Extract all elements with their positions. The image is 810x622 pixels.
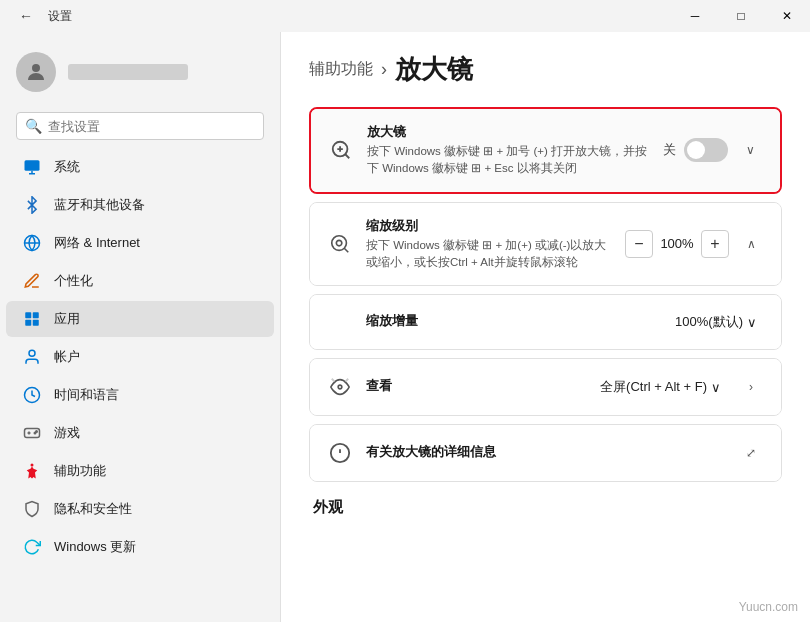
search-input[interactable] [48,119,255,134]
view-text: 查看 [366,377,580,397]
user-name [68,64,188,80]
sidebar-label-accounts: 帐户 [54,348,80,366]
view-control: 全屏(Ctrl + Alt + F) ∨ › [592,373,765,401]
time-icon [22,385,42,405]
svg-rect-6 [25,312,31,318]
svg-point-0 [32,64,40,72]
svg-point-10 [29,350,35,356]
sidebar-label-system: 系统 [54,158,80,176]
info-external-button[interactable]: ⤢ [737,439,765,467]
sidebar-item-privacy[interactable]: 隐私和安全性 [6,491,274,527]
svg-point-20 [332,236,347,251]
sidebar-item-accounts[interactable]: 帐户 [6,339,274,375]
magnifier-icon [327,136,355,164]
personalization-icon [22,271,42,291]
zoom-increment-value: 100%(默认) [675,313,743,331]
zoom-level-row: 缩放级别 按下 Windows 徽标键 ⊞ + 加(+) 或减(-)以放大或缩小… [310,203,781,286]
view-dropdown[interactable]: 全屏(Ctrl + Alt + F) ∨ [592,374,729,400]
apps-icon [22,309,42,329]
view-chevron-icon: ∨ [711,380,721,395]
info-card: 有关放大镜的详细信息 ⤢ [309,424,782,482]
view-icon [326,373,354,401]
windows-update-icon [22,537,42,557]
magnifier-toggle-row: 放大镜 按下 Windows 徽标键 ⊞ + 加号 (+) 打开放大镜，并按下 … [311,109,780,192]
magnifier-expand-button[interactable]: ∨ [736,136,764,164]
svg-point-15 [31,464,34,467]
sidebar-item-system[interactable]: 系统 [6,149,274,185]
magnifier-toggle[interactable] [684,138,728,162]
gaming-icon [22,423,42,443]
zoom-increment-row: 缩放增量 100%(默认) ∨ [310,295,781,349]
sidebar-label-windows-update: Windows 更新 [54,538,136,556]
breadcrumb-separator: › [381,59,387,80]
svg-rect-8 [25,320,31,326]
info-control: ⤢ [737,439,765,467]
zoom-plus-button[interactable]: + [701,230,729,258]
svg-line-24 [332,379,335,382]
sidebar-label-time: 时间和语言 [54,386,119,404]
magnifier-card: 放大镜 按下 Windows 徽标键 ⊞ + 加号 (+) 打开放大镜，并按下 … [309,107,782,194]
sidebar-item-apps[interactable]: 应用 [6,301,274,337]
magnifier-toggle-control: 关 ∨ [663,136,764,164]
zoom-level-expand-button[interactable]: ∧ [737,230,765,258]
svg-line-17 [345,155,349,159]
zoom-value: 100% [657,236,697,251]
info-row: 有关放大镜的详细信息 ⤢ [310,425,781,481]
view-value: 全屏(Ctrl + Alt + F) [600,378,707,396]
minimize-button[interactable]: ─ [672,0,718,32]
info-title: 有关放大镜的详细信息 [366,443,725,461]
toggle-track [684,138,728,162]
sidebar-label-bluetooth: 蓝牙和其他设备 [54,196,145,214]
close-button[interactable]: ✕ [764,0,810,32]
sidebar-item-bluetooth[interactable]: 蓝牙和其他设备 [6,187,274,223]
svg-line-21 [344,248,348,252]
zoom-minus-button[interactable]: − [625,230,653,258]
zoom-increment-control: 100%(默认) ∨ [667,309,765,335]
zoom-level-title: 缩放级别 [366,217,613,235]
view-arrow-button[interactable]: › [737,373,765,401]
breadcrumb-parent: 辅助功能 [309,59,373,80]
page-header: 辅助功能 › 放大镜 [309,52,782,87]
svg-rect-1 [25,160,40,171]
sidebar-item-gaming[interactable]: 游戏 [6,415,274,451]
zoom-increment-title: 缩放增量 [366,312,655,330]
svg-point-14 [36,431,38,433]
info-text: 有关放大镜的详细信息 [366,443,725,463]
zoom-controls: − 100% + [625,230,729,258]
titlebar: ← 设置 ─ □ ✕ [0,0,810,32]
back-button[interactable]: ← [12,2,40,30]
svg-rect-7 [33,312,39,318]
zoom-level-card: 缩放级别 按下 Windows 徽标键 ⊞ + 加(+) 或减(-)以放大或缩小… [309,202,782,287]
zoom-increment-dropdown[interactable]: 100%(默认) ∨ [667,309,765,335]
system-icon [22,157,42,177]
sidebar-label-privacy: 隐私和安全性 [54,500,132,518]
zoom-level-desc: 按下 Windows 徽标键 ⊞ + 加(+) 或减(-)以放大或缩小，或长按C… [366,237,613,272]
sidebar-item-time[interactable]: 时间和语言 [6,377,274,413]
page-title: 放大镜 [395,52,473,87]
window-title: 设置 [48,8,72,25]
info-icon [326,439,354,467]
chevron-down-icon: ∨ [747,315,757,330]
sidebar-label-accessibility: 辅助功能 [54,462,106,480]
search-icon: 🔍 [25,118,42,134]
network-icon [22,233,42,253]
maximize-button[interactable]: □ [718,0,764,32]
svg-rect-12 [25,429,40,438]
magnifier-text: 放大镜 按下 Windows 徽标键 ⊞ + 加号 (+) 打开放大镜，并按下 … [367,123,651,178]
sidebar-item-personalization[interactable]: 个性化 [6,263,274,299]
sidebar-label-gaming: 游戏 [54,424,80,442]
zoom-increment-text: 缩放增量 [326,312,655,332]
sidebar-item-windows-update[interactable]: Windows 更新 [6,529,274,565]
toggle-off-label: 关 [663,141,676,159]
zoom-level-control: − 100% + ∧ [625,230,765,258]
search-box[interactable]: 🔍 [16,112,264,140]
appearance-label: 外观 [309,498,782,517]
svg-line-25 [346,379,349,382]
zoom-icon [326,230,354,258]
sidebar-item-accessibility[interactable]: 辅助功能 [6,453,274,489]
sidebar-item-network[interactable]: 网络 & Internet [6,225,274,261]
zoom-increment-card: 缩放增量 100%(默认) ∨ [309,294,782,350]
magnifier-desc: 按下 Windows 徽标键 ⊞ + 加号 (+) 打开放大镜，并按下 Wind… [367,143,651,178]
sidebar-label-network: 网络 & Internet [54,234,140,252]
content-area: 辅助功能 › 放大镜 放大镜 按下 Windows 徽标键 ⊞ + 加号 (+)… [281,32,810,622]
